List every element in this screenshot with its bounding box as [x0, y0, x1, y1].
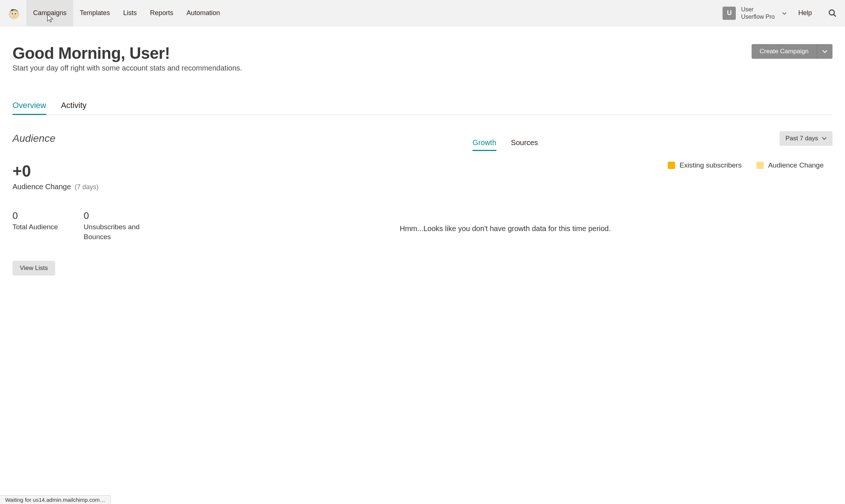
nav-label: Lists	[123, 9, 137, 17]
page-title: Good Morning, User!	[13, 44, 242, 62]
chevron-down-icon	[822, 50, 827, 53]
user-menu[interactable]: U User Userflow Pro	[719, 0, 790, 26]
nav-templates[interactable]: Templates	[73, 0, 117, 26]
avatar: U	[723, 7, 736, 20]
brand-logo[interactable]	[0, 0, 26, 26]
button-label: Create Campaign	[760, 48, 809, 55]
audience-stats-column: +0 Audience Change (7 days) 0 Total Audi…	[13, 146, 167, 276]
nav-campaigns[interactable]: Campaigns	[26, 0, 73, 26]
audience-change-value: +0	[13, 162, 167, 180]
main-content: Good Morning, User! Start your day off r…	[0, 26, 845, 290]
chevron-down-icon	[782, 10, 787, 17]
stat-label: Total Audience	[13, 222, 58, 232]
user-org: Userflow Pro	[741, 13, 775, 21]
search-icon	[828, 9, 837, 18]
audience-chart-column: Growth Sources Existing subscribers Audi…	[178, 146, 832, 233]
subtab-sources[interactable]: Sources	[511, 138, 538, 151]
nav-label: Campaigns	[33, 9, 67, 17]
main-nav: Campaigns Templates Lists Reports Automa…	[26, 0, 227, 26]
legend-audience-change: Audience Change	[756, 161, 824, 169]
top-bar: Campaigns Templates Lists Reports Automa…	[0, 0, 845, 26]
chart-subtabs: Growth Sources	[178, 138, 832, 151]
audience-body: +0 Audience Change (7 days) 0 Total Audi…	[13, 146, 832, 276]
nav-reports[interactable]: Reports	[143, 0, 180, 26]
stat-label: Unsubscribes and Bounces	[84, 222, 150, 242]
svg-point-4	[13, 15, 15, 17]
subtab-label: Growth	[473, 138, 496, 147]
stat-unsubscribes: 0 Unsubscribes and Bounces	[84, 210, 150, 242]
metric-label: Audience Change	[13, 183, 71, 191]
nav-label: Reports	[150, 9, 173, 17]
nav-label: Templates	[80, 9, 110, 17]
legend-existing-subscribers: Existing subscribers	[668, 161, 742, 169]
create-campaign-group: Create Campaign	[752, 44, 832, 59]
metric-period: (7 days)	[75, 183, 99, 191]
stat-total-audience: 0 Total Audience	[13, 210, 58, 242]
avatar-letter: U	[727, 9, 732, 17]
help-link[interactable]: Help	[790, 0, 820, 26]
svg-point-5	[11, 9, 13, 11]
header-row: Good Morning, User! Start your day off r…	[13, 44, 832, 72]
button-label: View Lists	[20, 264, 48, 271]
nav-label: Automation	[186, 9, 220, 17]
svg-line-7	[834, 14, 836, 17]
chart-empty-message: Hmm...Looks like you don't have growth d…	[178, 224, 832, 233]
chart-legend: Existing subscribers Audience Change	[178, 161, 832, 169]
svg-point-3	[15, 13, 16, 14]
subtab-growth[interactable]: Growth	[473, 138, 496, 151]
tab-activity[interactable]: Activity	[61, 101, 87, 115]
view-lists-button[interactable]: View Lists	[13, 261, 55, 276]
stat-value: 0	[84, 210, 150, 222]
create-campaign-button[interactable]: Create Campaign	[752, 44, 817, 59]
legend-swatch-icon	[668, 162, 675, 169]
svg-point-2	[12, 13, 13, 14]
page-subtitle: Start your day off right with some accou…	[13, 64, 242, 72]
svg-point-6	[829, 10, 834, 15]
legend-label: Audience Change	[768, 161, 824, 169]
user-text: User Userflow Pro	[741, 6, 775, 21]
tab-label: Activity	[61, 101, 87, 110]
create-campaign-dropdown[interactable]	[817, 44, 832, 59]
stats-row: 0 Total Audience 0 Unsubscribes and Boun…	[13, 210, 167, 242]
nav-lists[interactable]: Lists	[117, 0, 143, 26]
user-name: User	[741, 6, 775, 13]
stat-value: 0	[13, 210, 58, 222]
main-tabs: Overview Activity	[13, 100, 832, 115]
legend-label: Existing subscribers	[680, 161, 742, 169]
audience-change-label-row: Audience Change (7 days)	[13, 183, 167, 191]
mailchimp-logo-icon	[7, 6, 21, 21]
section-title: Audience	[13, 133, 56, 144]
tab-overview[interactable]: Overview	[13, 101, 46, 115]
legend-swatch-icon	[756, 162, 764, 169]
search-button[interactable]	[820, 0, 845, 26]
subtab-label: Sources	[511, 138, 538, 147]
tab-label: Overview	[13, 101, 46, 110]
help-label: Help	[798, 9, 812, 17]
nav-automation[interactable]: Automation	[180, 0, 227, 26]
